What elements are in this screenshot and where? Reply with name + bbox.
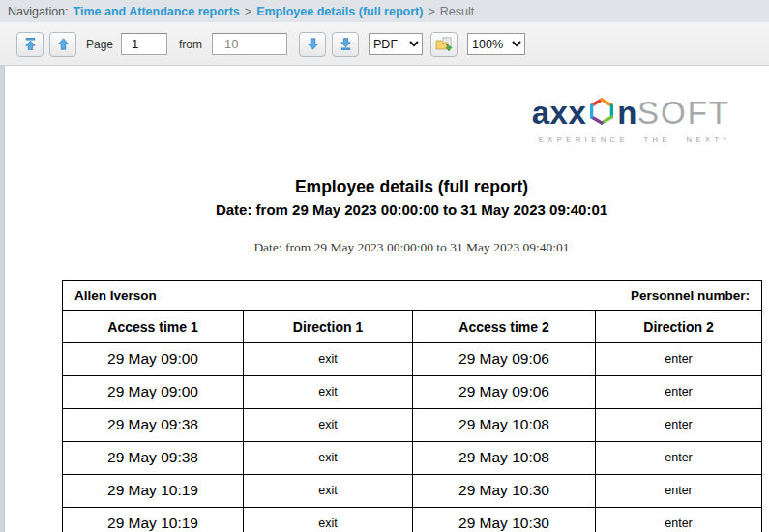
direction-2-cell: enter (596, 342, 762, 375)
access-time-2-cell: 29 May 09:06 (413, 375, 596, 408)
report-toolbar: Page from PDF (0, 23, 769, 66)
direction-1-cell: exit (244, 474, 413, 507)
table-body: 29 May 09:00 exit 29 May 09:06 enter 29 … (63, 342, 762, 532)
access-time-1-cell: 29 May 10:19 (63, 507, 244, 532)
access-time-1-cell: 29 May 10:19 (63, 474, 244, 507)
report-content: Employee details (full report) Date: fro… (62, 177, 761, 532)
table-row: 29 May 09:38 exit 29 May 10:08 enter (63, 441, 762, 474)
table-header-row: Access time 1 Direction 1 Access time 2 … (63, 310, 762, 342)
direction-2-cell: enter (596, 375, 762, 408)
zoom-level-select[interactable]: 100% (467, 33, 525, 55)
report-title: Employee details (full report) (62, 177, 761, 197)
report-date-range-serif: Date: from 29 May 2023 00:00:00 to 31 Ma… (62, 240, 761, 255)
access-time-2-cell: 29 May 09:06 (413, 342, 596, 375)
axxonsoft-logo: axx n SOFT EXPERIENCE THE NEXT* (5, 95, 730, 144)
table-row: 29 May 09:00 exit 29 May 09:06 enter (63, 375, 762, 408)
access-time-1-cell: 29 May 09:38 (63, 441, 244, 474)
breadcrumb-link-employee-details[interactable]: Employee details (full report) (256, 5, 423, 18)
direction-1-cell: exit (244, 375, 413, 408)
export-folder-icon (435, 37, 453, 52)
employee-report-table: Allen Iverson Personnel number: Access t… (62, 280, 762, 532)
arrow-up-to-bar-icon (24, 38, 37, 50)
column-header-access-time-2: Access time 2 (413, 310, 596, 342)
employee-name: Allen Iverson (74, 288, 157, 303)
breadcrumb-separator: > (428, 5, 434, 18)
next-page-button[interactable] (299, 32, 326, 57)
table-row: 29 May 09:38 exit 29 May 10:08 enter (63, 408, 762, 441)
breadcrumb: Navigation: Time and Attendance reports … (0, 0, 769, 23)
from-label: from (179, 38, 202, 51)
page-number-input[interactable] (121, 33, 167, 55)
page-label: Page (86, 38, 113, 51)
direction-2-cell: enter (596, 507, 762, 532)
column-header-direction-1: Direction 1 (244, 310, 413, 342)
access-time-1-cell: 29 May 09:00 (63, 375, 244, 408)
table-row: 29 May 09:00 exit 29 May 09:06 enter (63, 342, 762, 375)
logo-axx-text: axx (532, 97, 587, 129)
direction-2-cell: enter (596, 441, 762, 474)
direction-1-cell: exit (244, 342, 413, 375)
logo-tagline: EXPERIENCE THE NEXT* (5, 136, 730, 144)
direction-1-cell: exit (244, 408, 413, 441)
direction-2-cell: enter (596, 474, 762, 507)
breadcrumb-separator: > (245, 5, 251, 18)
export-format-select[interactable]: PDF (369, 33, 423, 55)
export-button[interactable] (430, 32, 458, 57)
breadcrumb-link-reports[interactable]: Time and Attendance reports (74, 5, 240, 18)
column-header-direction-2: Direction 2 (596, 310, 762, 342)
column-header-access-time-1: Access time 1 (63, 310, 244, 342)
arrow-down-icon (307, 38, 319, 50)
prev-page-button[interactable] (49, 32, 76, 57)
total-pages-field (212, 33, 287, 55)
direction-1-cell: exit (244, 507, 413, 532)
access-time-2-cell: 29 May 10:08 (413, 408, 596, 441)
last-page-button[interactable] (332, 32, 359, 57)
hexagon-o-icon (587, 96, 616, 132)
first-page-button[interactable] (16, 32, 44, 57)
logo-n-text: n (617, 97, 637, 129)
access-time-2-cell: 29 May 10:30 (413, 474, 596, 507)
access-time-1-cell: 29 May 09:00 (63, 342, 244, 375)
report-date-range: Date: from 29 May 2023 00:00:00 to 31 Ma… (62, 201, 761, 218)
direction-1-cell: exit (244, 441, 413, 474)
table-row: 29 May 10:19 exit 29 May 10:30 enter (63, 507, 762, 532)
employee-name-row: Allen Iverson Personnel number: (63, 280, 762, 310)
access-time-2-cell: 29 May 10:08 (413, 441, 596, 474)
logo-soft-text: SOFT (637, 97, 730, 129)
report-page: axx n SOFT EXPERIENCE THE NEXT* Employee… (4, 66, 769, 532)
table-row: 29 May 10:19 exit 29 May 10:30 enter (63, 474, 762, 507)
breadcrumb-current-result: Result (440, 5, 474, 18)
arrow-up-icon (57, 38, 70, 50)
breadcrumb-prefix: Navigation: (8, 5, 69, 18)
personnel-number-label: Personnel number: (631, 288, 750, 303)
arrow-down-to-bar-icon (340, 38, 352, 50)
access-time-2-cell: 29 May 10:30 (413, 507, 596, 532)
direction-2-cell: enter (596, 408, 762, 441)
access-time-1-cell: 29 May 09:38 (63, 408, 244, 441)
